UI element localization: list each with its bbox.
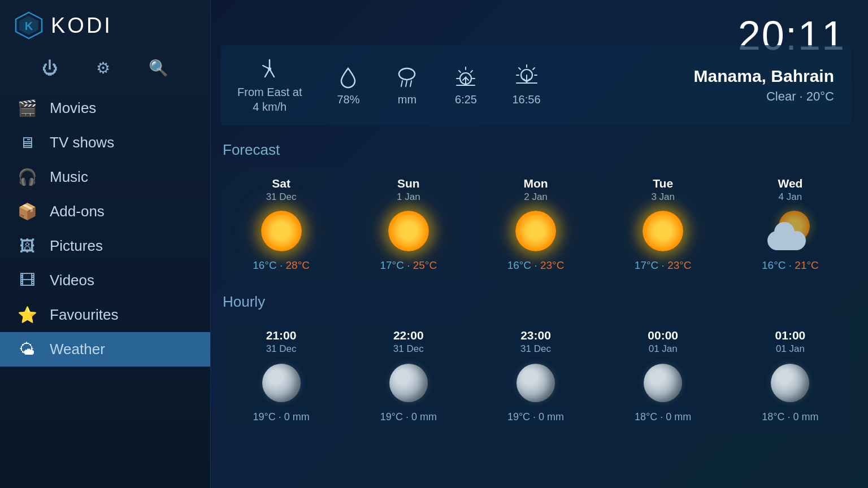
weather-stats: From East at 4 km/h 78% mm	[237, 56, 541, 114]
forecast-day-3: Tue	[653, 177, 673, 190]
sunny-icon	[388, 211, 429, 251]
forecast-day-1: Sun	[397, 177, 420, 190]
hourly-date-0: 31 Dec	[266, 343, 297, 355]
hourly-card-3: 00:00 01 Jan 18°C · 0 mm	[602, 320, 724, 431]
forecast-day-0: Sat	[272, 177, 290, 190]
svg-text:K: K	[25, 20, 33, 32]
hourly-date-4: 01 Jan	[776, 343, 805, 355]
kodi-logo-icon: K	[14, 10, 44, 41]
main-content: From East at 4 km/h 78% mm	[220, 45, 851, 477]
favourites-nav-label: Favourites	[50, 306, 118, 324]
forecast-temps-1: 17°C · 25°C	[380, 259, 437, 272]
addons-nav-label: Add-ons	[50, 203, 105, 220]
wind-stat: From East at 4 km/h	[237, 56, 302, 114]
power-icon[interactable]: ⏻	[42, 59, 58, 77]
hourly-card-2: 23:00 31 Dec 19°C · 0 mm	[475, 320, 596, 431]
hourly-time-3: 00:00	[648, 329, 678, 342]
forecast-card-0: Sat 31 Dec 16°C · 28°C	[220, 168, 342, 280]
svg-line-10	[406, 81, 407, 86]
svg-point-7	[268, 67, 271, 71]
sidebar-item-movies[interactable]: 🎬 Movies	[0, 91, 210, 125]
sidebar-item-pictures[interactable]: 🖼 Pictures	[0, 229, 210, 263]
forecast-icon-2	[513, 208, 558, 254]
hourly-card-4: 01:00 01 Jan 18°C · 0 mm	[730, 320, 851, 431]
sidebar-item-videos[interactable]: 🎞 Videos	[0, 263, 210, 298]
hourly-card-0: 21:00 31 Dec 19°C · 0 mm	[220, 320, 342, 431]
weather-nav-label: Weather	[50, 341, 105, 358]
wind-value: From East at 4 km/h	[237, 85, 302, 114]
forecast-day-2: Mon	[523, 177, 548, 190]
hourly-temp-rain-0: 19°C · 0 mm	[253, 411, 309, 423]
svg-line-24	[519, 68, 520, 69]
music-nav-label: Music	[50, 168, 88, 186]
forecast-card-1: Sun 1 Jan 17°C · 25°C	[348, 168, 469, 280]
pictures-nav-label: Pictures	[50, 237, 103, 255]
settings-icon[interactable]: ⚙	[96, 59, 110, 77]
svg-line-9	[401, 81, 402, 86]
moon-icon	[262, 364, 301, 402]
addons-nav-icon: 📦	[17, 202, 37, 221]
sunrise-value: 6:25	[455, 92, 477, 107]
svg-line-11	[410, 81, 411, 86]
sidebar-item-music[interactable]: 🎧 Music	[0, 160, 210, 194]
forecast-date-3: 3 Jan	[651, 191, 675, 203]
svg-line-16	[459, 71, 461, 72]
forecast-temp-low-3: 17°C	[635, 259, 658, 271]
hourly-date-3: 01 Jan	[649, 343, 678, 355]
forecast-icon-0	[259, 208, 304, 254]
hourly-icon-2	[513, 360, 558, 406]
moon-icon	[771, 364, 809, 402]
hourly-icon-1	[386, 360, 431, 406]
moon-icon	[389, 364, 428, 402]
hourly-icon-4	[767, 360, 813, 406]
sidebar-item-addons[interactable]: 📦 Add-ons	[0, 194, 210, 229]
hourly-card-1: 22:00 31 Dec 19°C · 0 mm	[348, 320, 469, 431]
humidity-value: 78%	[337, 92, 359, 107]
sunset-stat: 16:56	[512, 64, 540, 107]
humidity-icon	[336, 64, 361, 89]
cloudy-sun-icon	[767, 211, 813, 251]
forecast-date-2: 2 Jan	[524, 191, 548, 203]
videos-nav-icon: 🎞	[17, 271, 37, 290]
music-nav-icon: 🎧	[17, 168, 37, 186]
hourly-date-2: 31 Dec	[520, 343, 551, 355]
sunrise-stat: 6:25	[453, 64, 478, 107]
location-name: Manama, Bahrain	[694, 67, 834, 86]
forecast-temp-low-4: 16°C	[762, 259, 785, 271]
hourly-date-1: 31 Dec	[393, 343, 424, 355]
forecast-icon-1	[386, 208, 431, 254]
forecast-temp-high-1: 25°C	[413, 259, 437, 271]
sunset-icon	[514, 64, 539, 89]
forecast-cards-row: Sat 31 Dec 16°C · 28°C Sun 1 Jan 17°C · …	[220, 168, 851, 280]
weather-header-bar: From East at 4 km/h 78% mm	[220, 45, 851, 125]
forecast-date-0: 31 Dec	[266, 191, 297, 203]
app-title: KODI	[51, 14, 112, 38]
forecast-temp-high-2: 23°C	[540, 259, 564, 271]
movies-nav-icon: 🎬	[17, 99, 37, 117]
hourly-time-1: 22:00	[393, 329, 424, 342]
svg-line-25	[533, 68, 535, 69]
precipitation-stat: mm	[394, 64, 419, 107]
location-info: Manama, Bahrain Clear · 20°C	[694, 67, 834, 104]
pictures-nav-icon: 🖼	[17, 237, 37, 255]
forecast-temp-low-1: 17°C	[380, 259, 403, 271]
sunset-value: 16:56	[512, 92, 540, 107]
weather-nav-icon: 🌤	[17, 340, 37, 359]
precipitation-icon	[394, 64, 419, 89]
sidebar-item-weather[interactable]: 🌤 Weather	[0, 332, 210, 367]
tvshows-nav-icon: 🖥	[17, 133, 37, 152]
sidebar-item-favourites[interactable]: ⭐ Favourites	[0, 298, 210, 332]
moon-icon	[517, 364, 555, 402]
search-icon[interactable]: 🔍	[149, 59, 168, 77]
forecast-date-4: 4 Jan	[779, 191, 802, 203]
moon-icon	[644, 364, 682, 402]
hourly-icon-0	[259, 360, 304, 406]
forecast-temp-low-0: 16°C	[253, 259, 276, 271]
location-condition: Clear · 20°C	[694, 89, 834, 104]
nav-list: 🎬 Movies 🖥 TV shows 🎧 Music 📦 Add-ons 🖼 …	[0, 91, 210, 367]
videos-nav-label: Videos	[50, 272, 94, 289]
sidebar-item-tvshows[interactable]: 🖥 TV shows	[0, 125, 210, 160]
svg-point-8	[399, 68, 415, 80]
hourly-temp-rain-2: 19°C · 0 mm	[507, 411, 564, 423]
forecast-temps-0: 16°C · 28°C	[253, 259, 310, 272]
